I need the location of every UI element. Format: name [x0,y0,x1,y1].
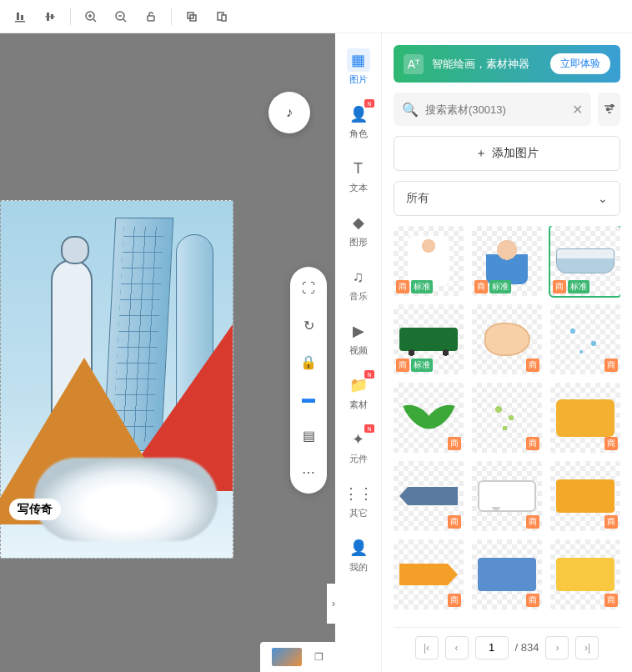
assets-grid: 商标准商标准商标准商标准商商商商商商商商商商商 [394,226,620,617]
screen-button[interactable]: ▬ [297,387,320,410]
asset-item[interactable]: 商标准 [394,226,464,296]
paste-button[interactable] [208,3,235,30]
asset-item[interactable]: 商 [472,539,542,609]
standard-tag: 标准 [411,280,433,293]
asset-item[interactable]: 商标准 [394,304,464,374]
svg-rect-1 [21,15,23,20]
svg-point-21 [610,105,613,108]
clear-search-button[interactable]: ✕ [572,102,583,118]
promo-banner[interactable]: Aᵀ 智能绘画，素材神器 立即体验 [394,45,620,83]
sidebar-item-label: 角色 [349,128,368,140]
asset-tags: 商 [604,515,618,529]
asset-item[interactable]: 商 [550,539,620,609]
asset-preview [406,401,452,434]
new-badge: N [364,99,374,108]
unlock-button[interactable] [138,3,164,30]
rotate-button[interactable]: ↻ [297,313,320,337]
promo-cta-button[interactable]: 立即体验 [550,53,610,74]
asset-preview [486,397,528,439]
svg-point-22 [606,108,609,111]
asset-item[interactable]: 商 [472,304,542,374]
asset-item[interactable]: 商标准 [472,226,542,296]
sidebar-item-music[interactable]: ♫音乐 [335,257,381,311]
music-button[interactable]: ♪ [268,92,310,133]
shape-icon: ◆ [347,211,370,234]
align-bottom-button[interactable] [7,3,33,30]
asset-item[interactable]: 商 [472,461,542,531]
asset-tags: 商 [604,359,618,372]
asset-tags: 商标准 [474,280,511,293]
copy-button[interactable] [178,3,205,30]
asset-item[interactable]: 商 [550,304,620,374]
page-input[interactable] [475,636,509,659]
zoom-in-button[interactable] [78,3,104,30]
standard-tag: 标准 [411,359,433,372]
asset-item[interactable]: 商 [394,383,464,453]
search-icon: 🔍 [402,102,419,118]
shop-tag: 商 [526,359,539,372]
sidebar-item-other[interactable]: ⋮⋮其它 [335,474,381,528]
page-prev-button[interactable]: ‹ [445,636,469,659]
sidebar-item-text[interactable]: T文本 [335,148,381,203]
sidebar-item-mine[interactable]: 👤我的 [335,528,381,582]
asset-preview [478,480,536,512]
shop-tag: 商 [448,437,461,450]
asset-tags: 商 [448,437,461,450]
add-image-button[interactable]: ＋ 添加图片 [394,136,620,171]
shop-tag: 商 [553,280,566,293]
dropdown-value: 所有 [406,191,429,206]
asset-tags: 商 [526,437,539,450]
expand-tab[interactable]: › [327,584,335,624]
more-button[interactable]: ⋯ [297,460,320,484]
artwork-frame[interactable]: 写传奇 [0,200,233,559]
page-first-button[interactable]: |‹ [415,636,439,659]
layers-button[interactable]: ▤ [297,424,320,447]
sidebar-item-label: 图形 [349,236,368,248]
artwork-cloud [34,458,218,541]
promo-text: 智能绘画，素材神器 [432,57,542,72]
search-input[interactable] [425,103,565,116]
asset-item[interactable]: 商 [550,461,620,531]
sidebar-item-role[interactable]: 👤角色N [335,94,381,148]
page-next-button[interactable]: › [545,636,569,659]
sidebar-item-label: 音乐 [349,290,368,303]
search-row: 🔍 ✕ [394,93,620,126]
asset-preview [408,236,449,286]
sidebar-item-image[interactable]: ▦图片 [335,40,381,94]
focus-button[interactable]: ⛶ [297,277,320,300]
page-thumbnail[interactable] [272,648,302,666]
artwork-caption[interactable]: 写传奇 [9,499,61,520]
shop-tag: 商 [604,437,618,450]
asset-preview [556,479,614,513]
sidebar-item-component[interactable]: ✦元件N [335,419,381,474]
asset-tags: 商标准 [396,280,433,293]
asset-item[interactable]: 商 [394,539,464,609]
sidebar-item-video[interactable]: ▶视频 [335,311,381,365]
zoom-out-button[interactable] [108,3,134,30]
pagination: |‹ ‹ / 834 › ›| [394,627,620,660]
asset-item[interactable]: 商标准 [550,226,620,296]
sidebar-item-label: 我的 [349,561,368,574]
shop-tag: 商 [604,359,618,372]
filter-button[interactable] [598,93,620,126]
canvas-bottom-bar: ❐ [260,642,335,672]
sidebar-item-label: 图片 [349,73,368,86]
align-centerv-button[interactable] [37,3,63,30]
asset-preview [564,318,606,360]
sidebar-item-assets[interactable]: 📁素材N [335,365,381,419]
shop-tag: 商 [474,280,488,293]
canvas[interactable]: 写传奇 ♪ ⛶ ↻ 🔒 ▬ ▤ ⋯ › ❐ [0,33,335,672]
page-last-button[interactable]: ›| [575,636,599,659]
asset-preview [556,558,614,591]
svg-rect-5 [45,16,55,17]
lock-button[interactable]: 🔒 [297,350,320,374]
window-icon[interactable]: ❐ [314,651,324,663]
asset-item[interactable]: 商 [472,383,542,453]
mine-icon: 👤 [347,536,370,559]
category-dropdown[interactable]: 所有 ⌄ [394,181,620,216]
image-icon: ▦ [347,48,370,72]
sidebar-item-shape[interactable]: ◆图形 [335,203,381,257]
asset-item[interactable]: 商 [550,383,620,453]
shop-tag: 商 [604,515,618,529]
asset-item[interactable]: 商 [394,461,464,531]
